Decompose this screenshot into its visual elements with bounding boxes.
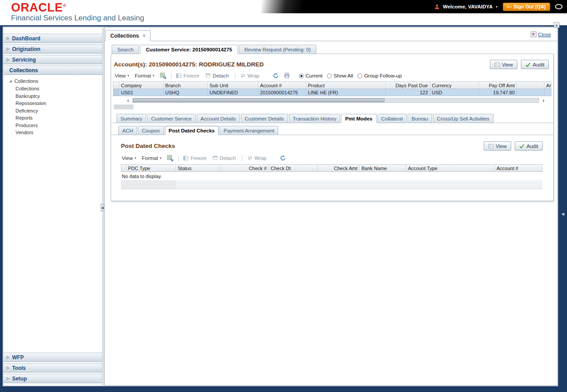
pdc-audit-button[interactable]: Audit xyxy=(515,141,543,151)
tab-pmt-modes[interactable]: Pmt Modes xyxy=(341,114,376,123)
pdc-format-menu[interactable]: Format▾ xyxy=(142,155,161,161)
radio-current[interactable]: Current xyxy=(299,73,322,78)
tree-item-vendors[interactable]: Vendors xyxy=(9,129,102,136)
column-header-branch[interactable]: Branch xyxy=(163,82,208,89)
pdc-wrap-button[interactable]: Wrap xyxy=(247,155,266,161)
tab-summary[interactable]: Summary xyxy=(117,114,146,123)
export-to-excel-icon[interactable] xyxy=(160,73,166,79)
account-audit-button[interactable]: Audit xyxy=(521,60,549,69)
tab-account-details[interactable]: Account Details xyxy=(197,114,240,123)
tree-item-deficiency[interactable]: Deficiency xyxy=(9,107,102,115)
tree-item-bankruptcy[interactable]: Bankruptcy xyxy=(9,93,102,100)
column-header-sub-unit[interactable]: Sub Unit xyxy=(208,82,258,89)
subtab-coupon[interactable]: Coupon xyxy=(138,126,163,135)
tab-cross-up-sell-activities[interactable]: Cross/Up Sell Activities xyxy=(433,114,493,123)
tree-item-collections[interactable]: Collections xyxy=(9,85,102,93)
freeze-button[interactable]: Freeze xyxy=(176,73,199,78)
account-toolbar: View▾ Format▾ Freeze Detach xyxy=(111,71,553,81)
cell-amt-clipped[interactable] xyxy=(544,89,551,96)
tab-search[interactable]: Search xyxy=(112,45,139,54)
sidebar-section-dashboard[interactable]: ▷ DashBoard xyxy=(4,34,102,43)
cell-days-past-due[interactable]: 122 xyxy=(386,89,430,96)
cell-blank[interactable] xyxy=(517,89,544,96)
tree-item-reports[interactable]: Reports xyxy=(9,114,102,122)
tab-bureau[interactable]: Bureau xyxy=(408,114,432,123)
column-header-check-amt[interactable]: Check Amt xyxy=(318,164,360,172)
tab-collateral[interactable]: Collateral xyxy=(377,114,407,123)
tab-transaction-history[interactable]: Transaction History xyxy=(289,114,341,123)
tree-root-collections[interactable]: ◢ Collections xyxy=(9,78,102,84)
freeze-label: Freeze xyxy=(183,73,199,78)
cell-currency[interactable]: USD xyxy=(430,89,479,96)
pdc-view-button[interactable]: View xyxy=(484,141,511,151)
cell-account[interactable]: 20150900014275 xyxy=(258,89,306,96)
sidebar-section-servicing[interactable]: ▷ Servicing xyxy=(4,55,102,64)
subtab-post-dated-checks[interactable]: Post Dated Checks xyxy=(165,126,219,135)
refresh-icon[interactable] xyxy=(272,73,279,79)
column-header-check-number[interactable]: Check # xyxy=(220,164,269,172)
radio-group-follow-up[interactable]: Group Follow-up xyxy=(357,73,402,78)
account-view-button[interactable]: View xyxy=(490,60,517,69)
cell-company[interactable]: US01 xyxy=(119,89,163,96)
tab-customer-service[interactable]: Customer Service: 20150900014275 xyxy=(140,45,237,54)
column-header-currency[interactable]: Currency xyxy=(430,82,479,89)
sidebar-section-origination[interactable]: ▷ Origination xyxy=(4,44,102,54)
close-tab-icon[interactable]: × xyxy=(143,33,146,39)
column-header-pdc-type[interactable]: PDC Type xyxy=(126,164,176,172)
scrollbar-track[interactable] xyxy=(132,98,539,103)
pdc-view-menu[interactable]: View▾ xyxy=(122,155,136,161)
tree-item-repossession[interactable]: Repossession xyxy=(9,100,102,107)
column-header-days-past-due[interactable]: Days Past Due xyxy=(386,82,430,89)
sidebar-section-label: Tools xyxy=(12,365,26,371)
subtab-ach[interactable]: ACH xyxy=(118,126,137,135)
welcome-menu-caret-icon[interactable]: ▾ xyxy=(496,5,497,9)
sidebar-section-collections[interactable]: Collections xyxy=(4,66,102,75)
refresh-icon[interactable] xyxy=(280,155,286,161)
sidebar-section-wfp[interactable]: ▷ WFP xyxy=(4,353,102,362)
tab-customer-details[interactable]: Customer Details xyxy=(241,114,288,123)
panel-collapse-handle[interactable]: ◀ xyxy=(561,212,564,216)
horizontal-scrollbar[interactable]: ‹ › xyxy=(124,97,547,103)
column-header-account-type[interactable]: Account Type xyxy=(406,164,495,172)
column-header-pay-off-amt[interactable]: Pay Off Amt xyxy=(479,82,517,89)
export-to-excel-icon[interactable] xyxy=(167,155,173,161)
pdc-detach-button[interactable]: Detach xyxy=(212,155,236,161)
empty-row-rest xyxy=(176,180,543,189)
column-header-status[interactable]: Status xyxy=(176,164,220,172)
subtab-payment-arrangement[interactable]: Payment Arrangement xyxy=(220,126,278,135)
sidebar-collapse-handle[interactable]: ◀ xyxy=(101,204,104,211)
column-header-company[interactable]: Company xyxy=(119,82,163,89)
workspace-tab-collections[interactable]: Collections × xyxy=(105,30,151,41)
scrollbar-thumb[interactable] xyxy=(133,98,384,102)
sidebar-section-setup[interactable]: ▷ Setup xyxy=(4,374,102,383)
cell-sub-unit[interactable]: UNDEFINED xyxy=(208,89,258,96)
print-icon[interactable] xyxy=(284,73,290,79)
close-link[interactable]: ✕ Close xyxy=(531,31,551,37)
scroll-right-icon[interactable]: › xyxy=(540,98,547,103)
detach-button[interactable]: Detach xyxy=(205,73,229,78)
view-menu[interactable]: View▾ xyxy=(115,73,129,78)
tab-customer-service-detail[interactable]: Customer Service xyxy=(147,114,195,123)
scroll-left-icon[interactable]: ‹ xyxy=(124,98,132,103)
scroll-up-button[interactable]: ▲ xyxy=(554,22,559,28)
tree-expanded-icon[interactable]: ◢ xyxy=(9,79,12,83)
wrap-button[interactable]: Wrap xyxy=(240,73,259,78)
sign-out-button[interactable]: Sign Out [QA] xyxy=(503,3,550,11)
tree-item-producers[interactable]: Producers xyxy=(9,122,102,129)
cell-product[interactable]: LINE HE (FR) xyxy=(306,89,386,96)
row-selector-cell[interactable] xyxy=(113,89,119,96)
column-header-product[interactable]: Product xyxy=(306,82,386,89)
cell-pay-off-amt[interactable]: 19,747.80 xyxy=(479,89,517,96)
dropdown-caret-icon: ▾ xyxy=(153,74,155,78)
column-header-account-number[interactable]: Account # xyxy=(495,164,543,172)
column-header-check-dt[interactable]: Check Dt xyxy=(269,164,318,172)
format-menu[interactable]: Format▾ xyxy=(135,73,154,78)
sidebar-section-tools[interactable]: ▷ Tools xyxy=(4,363,102,373)
column-header-bank-name[interactable]: Bank Name xyxy=(360,164,406,172)
radio-show-all[interactable]: Show All xyxy=(327,73,353,78)
column-header-account[interactable]: Account # xyxy=(258,82,306,89)
column-header-amt-clipped[interactable]: Am xyxy=(544,82,551,89)
pdc-freeze-button[interactable]: Freeze xyxy=(183,155,206,161)
cell-branch[interactable]: USHQ xyxy=(163,89,208,96)
tab-review-request[interactable]: Review Request (Pending: 0) xyxy=(239,45,317,54)
